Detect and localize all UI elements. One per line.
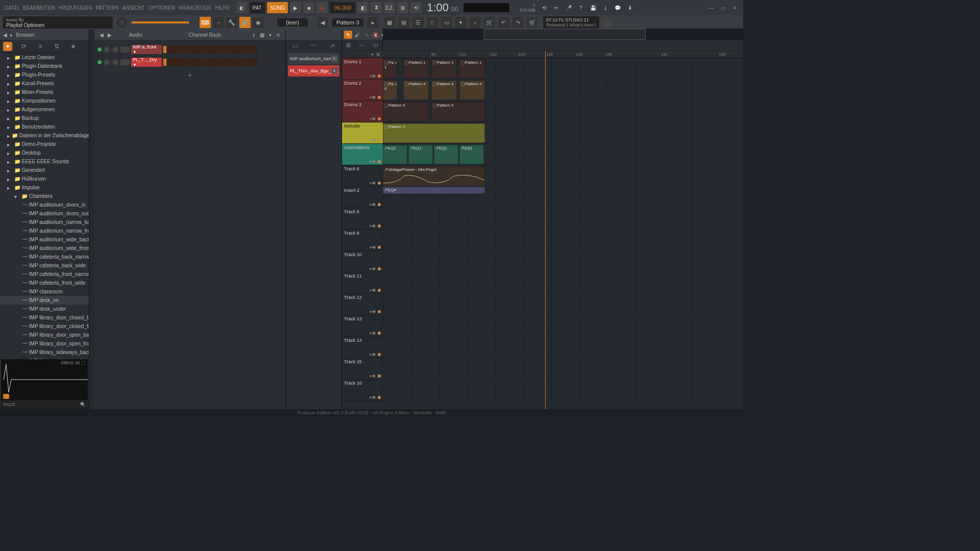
snap-selector[interactable]: (leer) (277, 18, 308, 27)
playlist-btn[interactable]: ▦ (384, 17, 395, 28)
step[interactable] (168, 59, 173, 66)
song-button[interactable]: SONG (267, 2, 288, 13)
timeline-ruler[interactable]: 82112122124126128129131133 (383, 51, 743, 58)
mic-icon[interactable]: 🎤 (563, 2, 574, 13)
help-icon[interactable]: ? (575, 2, 586, 13)
pl-tab2[interactable]: 〰 (359, 42, 364, 48)
time-counter[interactable]: 1:00:00 (427, 1, 458, 14)
track-lane[interactable]: ↗EQ4 (383, 187, 743, 208)
live-icon[interactable]: ◉ (253, 17, 264, 28)
step[interactable] (207, 46, 212, 53)
menu-ansicht[interactable]: ANSICHT (121, 5, 146, 11)
track-lane[interactable]: ↗EQ1↗EQ1↗EQ1↗EQ1 (383, 144, 743, 165)
tree-file[interactable]: 〰 IMP auditorium_doors_in (0, 201, 89, 209)
play-preview-button[interactable] (3, 394, 9, 399)
clip[interactable]: ⬚Pattern 1 (459, 59, 485, 79)
tree-folder[interactable]: ▸ 📁 Gerendert (0, 166, 89, 174)
step[interactable] (247, 59, 252, 66)
track-header[interactable]: Automations▸◉ (342, 144, 383, 165)
plugin-btn[interactable]: ✦ (455, 17, 467, 28)
next-pattern[interactable]: ▸ (368, 17, 379, 28)
progress-knob[interactable]: ◐ (236, 2, 248, 13)
browser-refresh-icon[interactable]: ⟳ (19, 42, 29, 51)
channel-btn[interactable]: ☰ (412, 17, 424, 28)
shop-btn[interactable]: 🛒 (484, 17, 495, 28)
tree-folder[interactable]: ▸ 📁 Backup (0, 114, 89, 122)
step[interactable] (235, 59, 240, 66)
clip[interactable]: ⬚Pa..n 1 (383, 59, 397, 79)
tree-file[interactable]: 〰 IMP auditorium_narrow_back (0, 218, 89, 227)
clip[interactable]: ⬚Pa..n 4 (383, 81, 397, 100)
channel-led[interactable] (97, 60, 102, 64)
track-lane[interactable]: ⬚Pattern 3 (383, 122, 743, 144)
browser-sort-icon[interactable]: ⇅ (52, 42, 61, 51)
close-button[interactable]: ✕ (729, 3, 740, 12)
tree-folder[interactable]: ▸ 📁 Mixer-Presets (0, 88, 89, 96)
tree-file[interactable]: 〰 IMP cafeteria_front_narrow (0, 270, 89, 279)
picker-audio-icon[interactable]: 〰 (309, 41, 318, 51)
track-lane[interactable] (383, 380, 743, 401)
playhead[interactable] (545, 51, 546, 409)
collapse-icon[interactable]: ◀ (3, 32, 7, 38)
mute-tool[interactable]: 🔇 (372, 31, 380, 39)
track-header[interactable]: Insert 2▸◉ (342, 187, 383, 208)
picker-auto-icon[interactable]: ↗ (328, 41, 337, 51)
tree-file[interactable]: 〰 IMP auditorium_doors_out (0, 209, 89, 218)
tree-folder[interactable]: ▸ 📁 Benutzerdaten (0, 122, 89, 131)
pattern-selector[interactable]: Pattern 3 (332, 18, 363, 27)
paint-tool[interactable]: 🖌 (353, 31, 361, 39)
step[interactable] (174, 59, 179, 66)
loop-icon[interactable]: ⟲ (410, 2, 422, 13)
cr-fwd-icon[interactable]: ▶ (106, 32, 114, 38)
track-lane[interactable] (383, 251, 743, 272)
step[interactable] (252, 59, 257, 66)
menu-datei[interactable]: DATEI (3, 5, 21, 11)
tree-file[interactable]: 〰 IMP classroom (0, 287, 89, 296)
track-header[interactable]: Track 13▸◉ (342, 315, 383, 337)
step[interactable] (168, 46, 173, 53)
save-icon[interactable]: 💾 (587, 2, 599, 13)
tree-file[interactable]: 〰 IMP library_door_open_back (0, 331, 89, 339)
cart-btn[interactable]: 🛒 (527, 17, 538, 28)
draw-tool[interactable]: ✎ (344, 31, 352, 39)
globe-icon[interactable] (602, 17, 612, 28)
tree-file[interactable]: 〰 IMP auditorium_wide_back (0, 235, 89, 244)
step[interactable] (174, 46, 179, 53)
tree-folder[interactable]: ▸ 📁 Impulse (0, 183, 89, 192)
close-tracks-button[interactable]: ✕ (376, 51, 381, 58)
minimap[interactable] (383, 29, 743, 40)
step[interactable] (241, 59, 246, 66)
piano-btn[interactable]: ▤ (398, 17, 409, 28)
step[interactable] (218, 59, 224, 66)
tree-file[interactable]: 〰 IMP desk_under (0, 305, 89, 313)
menu-optionen[interactable]: OPTIONEN (147, 5, 177, 11)
clip[interactable]: ↗EQ1 (459, 145, 484, 164)
arrow-icon[interactable]: → (213, 17, 224, 28)
track-lane[interactable]: ⬚Pattern 5⬚Pattern 5 (383, 101, 743, 122)
tree-file[interactable]: 〰 IMP cafeteria_back_wide (0, 261, 89, 270)
cr-grid-icon[interactable]: ▦ (258, 32, 266, 38)
tree-file[interactable]: 〰 IMP auditorium_narrow_front (0, 227, 89, 235)
step[interactable] (218, 46, 224, 53)
track-lane[interactable]: ⬚Pa..n 1⬚Pattern 1⬚Pattern 1⬚Pattern 1 (383, 58, 743, 80)
track-header[interactable]: Track 8▸◉ (342, 208, 383, 230)
clip[interactable]: ⬚Pattern 1 (431, 59, 457, 79)
track-lane[interactable] (383, 294, 743, 315)
pl-tab1[interactable]: ⊞ (346, 42, 351, 48)
tree-file[interactable]: 〰 IMP library_door_closed_back (0, 313, 89, 322)
master-volume-slider[interactable] (131, 21, 192, 23)
channel-name[interactable]: IMP a..front ✦ (131, 45, 162, 54)
tree-file[interactable]: 〰 IMP library_door_closed_front (0, 322, 89, 331)
step[interactable] (196, 59, 201, 66)
tools-icon[interactable]: ✂ (551, 2, 562, 13)
clip[interactable]: ↗EQ4 (383, 187, 485, 194)
step[interactable] (185, 46, 190, 53)
step[interactable] (190, 46, 195, 53)
step[interactable] (230, 59, 235, 66)
delete-tool[interactable]: ○ (362, 31, 371, 39)
track-header[interactable]: Melodie▸◉ (342, 122, 383, 144)
tree-file[interactable]: 〰 IMP cafeteria_back_narrow (0, 253, 89, 261)
channel-select[interactable] (163, 59, 166, 66)
stop-button[interactable]: ■ (303, 2, 314, 13)
master-pitch-knob[interactable] (117, 17, 127, 28)
